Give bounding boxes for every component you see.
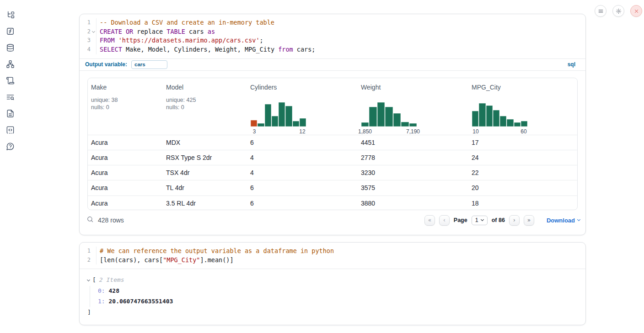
chevron-down-icon: [481, 218, 484, 221]
fold-chevron-icon[interactable]: [91, 27, 96, 37]
prev-page-button[interactable]: ‹: [439, 215, 450, 226]
table-cell: 3.5 RL 4dr: [163, 200, 247, 207]
help-icon[interactable]: [5, 142, 16, 151]
download-label: Download: [547, 217, 575, 224]
column-header-model[interactable]: Modelunique: 425nulls: 0: [163, 78, 247, 135]
column-histogram: 1060: [472, 101, 527, 135]
fold-gutter: [91, 18, 96, 27]
table-row[interactable]: Acura3.5 RL 4dr6388018: [88, 196, 577, 210]
entry-index: 1:: [98, 298, 105, 305]
code-line[interactable]: 1# We can reference the output variable …: [80, 247, 585, 256]
page-select[interactable]: 1: [472, 216, 488, 225]
histogram-bar[interactable]: [401, 122, 408, 127]
histogram-bar[interactable]: [279, 102, 285, 127]
python-cell: 1# We can reference the output variable …: [79, 242, 586, 325]
table-cell: 6: [247, 184, 358, 191]
table-cell: Acura: [88, 169, 163, 176]
column-histogram: 312: [251, 101, 306, 135]
database-icon[interactable]: [5, 43, 16, 52]
code-line[interactable]: 1-- Download a CSV and create an in-memo…: [80, 18, 585, 27]
sql-code-editor[interactable]: 1-- Download a CSV and create an in-memo…: [80, 14, 585, 58]
function-square-icon[interactable]: [5, 26, 16, 36]
shutdown-x-icon[interactable]: [630, 5, 642, 17]
list-entry: 0: 428: [98, 286, 585, 296]
entry-value: 428: [105, 287, 119, 294]
data-table: Makeunique: 38nulls: 0Modelunique: 425nu…: [87, 78, 578, 210]
histogram-bar[interactable]: [507, 119, 513, 127]
table-cell: 6: [247, 200, 358, 207]
histogram-bar[interactable]: [369, 107, 376, 127]
histogram-bar[interactable]: [472, 111, 478, 127]
histogram-bar[interactable]: [479, 103, 485, 127]
histogram-bar[interactable]: [486, 106, 493, 127]
code-text: CREATE OR replace TABLE cars as: [96, 27, 585, 37]
table-row[interactable]: AcuraMDX6445117: [88, 135, 577, 150]
log-search-icon[interactable]: [5, 92, 16, 101]
code-line[interactable]: 4SELECT Make, Model, Cylinders, Weight, …: [80, 45, 585, 54]
table-cell: MDX: [163, 139, 247, 146]
table-cell: 3575: [358, 184, 468, 191]
column-stats: unique: 38nulls: 0: [91, 96, 163, 111]
gear-icon[interactable]: [612, 5, 624, 17]
histogram-bar[interactable]: [521, 121, 527, 127]
histogram-bar[interactable]: [361, 122, 369, 126]
entry-value: 20.060747663551403: [105, 298, 173, 305]
table-row[interactable]: AcuraRSX Type S 2dr4277824: [88, 150, 577, 165]
table-row[interactable]: AcuraTL 4dr6357520: [88, 180, 577, 195]
output-variable-row: Output variable: sql: [80, 58, 585, 71]
list-entries: 0: 4281: 20.060747663551403: [90, 286, 585, 307]
page-select-value: 1: [475, 217, 478, 223]
code-line[interactable]: 3FROM 'https://datasets.marimo.app/cars.…: [80, 36, 585, 45]
entry-index: 0:: [98, 287, 105, 294]
search-icon[interactable]: [86, 216, 94, 225]
table-row[interactable]: AcuraTSX 4dr4323022: [88, 165, 577, 180]
histogram-bar[interactable]: [300, 118, 306, 126]
code-line[interactable]: 2[len(cars), cars["MPG_City"].mean()]: [80, 256, 585, 265]
table-footer: 428 rows « ‹ Page 1 of 86 › » Download: [80, 210, 585, 231]
python-code-editor[interactable]: 1# We can reference the output variable …: [80, 243, 585, 269]
column-header-weight[interactable]: Weight1,8507,190: [358, 78, 468, 135]
scroll-icon[interactable]: [5, 76, 16, 85]
histogram-bar[interactable]: [393, 113, 401, 127]
histogram-max-label: 60: [521, 128, 526, 135]
histogram-bar[interactable]: [493, 110, 499, 127]
column-header-cylinders[interactable]: Cylinders312: [247, 78, 358, 135]
histogram-bar[interactable]: [293, 121, 299, 127]
column-name: Model: [166, 84, 247, 91]
histogram-bar[interactable]: [251, 120, 257, 126]
histogram-bar[interactable]: [514, 122, 521, 126]
file-tree-icon[interactable]: [5, 10, 16, 19]
histogram-bar[interactable]: [258, 123, 264, 127]
snippets-icon[interactable]: [5, 125, 16, 134]
download-button[interactable]: Download: [547, 217, 580, 224]
next-page-button[interactable]: ›: [509, 215, 520, 226]
histogram-bar[interactable]: [285, 106, 292, 127]
code-line[interactable]: 2CREATE OR replace TABLE cars as: [80, 27, 585, 37]
histogram-bar[interactable]: [500, 116, 506, 126]
document-icon[interactable]: [5, 109, 16, 118]
marimo-notebook: 1-- Download a CSV and create an in-memo…: [0, 0, 644, 333]
row-count: 428 rows: [98, 217, 124, 224]
list-output-header[interactable]: [ 2 Items: [87, 275, 585, 285]
line-number: 3: [80, 36, 91, 45]
output-variable-label: Output variable:: [85, 61, 127, 68]
column-header-mpg_city[interactable]: MPG_City1060: [468, 78, 577, 135]
line-number: 2: [80, 27, 91, 37]
column-name: Cylinders: [250, 84, 358, 91]
last-page-button[interactable]: »: [524, 215, 534, 226]
dependency-graph-icon[interactable]: [5, 59, 16, 69]
output-variable-input[interactable]: [131, 60, 167, 69]
first-page-button[interactable]: «: [424, 215, 435, 226]
line-number: 1: [80, 18, 91, 27]
menu-icon[interactable]: [595, 5, 606, 17]
histogram-bar[interactable]: [385, 107, 392, 127]
histogram-bar[interactable]: [272, 116, 278, 126]
table-cell: 3230: [358, 169, 468, 176]
histogram-bar[interactable]: [377, 102, 385, 127]
histogram-bar[interactable]: [265, 104, 271, 127]
table-cell: 24: [468, 154, 577, 161]
column-name: Make: [91, 84, 163, 91]
line-number: 1: [80, 247, 91, 256]
column-header-make[interactable]: Makeunique: 38nulls: 0: [88, 78, 163, 135]
histogram-bar[interactable]: [409, 123, 417, 127]
